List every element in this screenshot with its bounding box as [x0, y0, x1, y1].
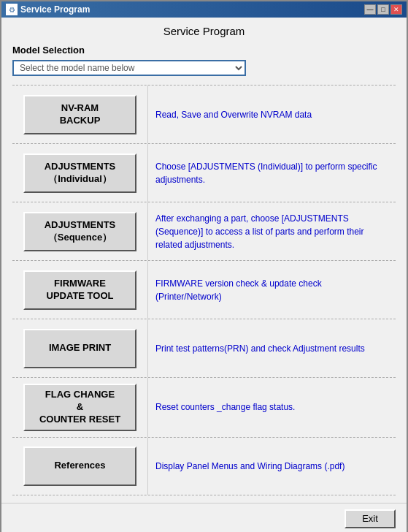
- adj-sequence-btn-cell: ADJUSTMENTS （Sequence）: [12, 202, 147, 260]
- main-window: ⚙ Service Program — □ ✕ Service Program …: [0, 0, 408, 532]
- menu-items-list: NV-RAM BACKUP Read, Save and Overwrite N…: [12, 85, 396, 495]
- menu-row-nvram: NV-RAM BACKUP Read, Save and Overwrite N…: [12, 85, 396, 143]
- references-btn-cell: References: [12, 438, 147, 495]
- nvram-desc-cell: Read, Save and Overwrite NVRAM data: [147, 86, 396, 143]
- title-bar-text: Service Program: [20, 4, 364, 15]
- image-print-description: Print test patterns(PRN) and check Adjus…: [155, 342, 365, 355]
- image-print-btn-cell: IMAGE PRINT: [12, 319, 147, 377]
- app-icon: ⚙: [6, 4, 18, 15]
- firmware-description: FIRMWARE version check & update check (P…: [155, 277, 388, 303]
- menu-row-image-print: IMAGE PRINT Print test patterns(PRN) and…: [12, 319, 396, 377]
- adj-individual-desc-cell: Choose [ADJUSTMENTS (Individual)] to per…: [147, 144, 396, 202]
- adjustments-individual-button[interactable]: ADJUSTMENTS （Individual）: [23, 153, 136, 193]
- menu-row-firmware: FIRMWARE UPDATE TOOL FIRMWARE version ch…: [12, 260, 396, 319]
- maximize-button[interactable]: □: [377, 4, 389, 15]
- nvram-btn-cell: NV-RAM BACKUP: [12, 86, 147, 143]
- flag-change-btn-cell: FLAG CHANGE & COUNTER RESET: [12, 378, 147, 437]
- firmware-desc-cell: FIRMWARE version check & update check (P…: [147, 261, 396, 319]
- flag-change-desc-cell: Reset counters _change flag status.: [147, 378, 396, 437]
- footer: Exit: [1, 503, 407, 532]
- adj-individual-btn-cell: ADJUSTMENTS （Individual）: [12, 144, 147, 202]
- model-dropdown-wrapper: Select the model name below: [12, 60, 396, 76]
- minimize-button[interactable]: —: [364, 4, 376, 15]
- adj-individual-description: Choose [ADJUSTMENTS (Individual)] to per…: [155, 160, 388, 186]
- adj-sequence-description: After exchanging a part, choose [ADJUSTM…: [155, 212, 388, 251]
- references-desc-cell: Display Panel Menus and Wiring Diagrams …: [147, 438, 396, 495]
- flag-change-description: Reset counters _change flag status.: [155, 400, 295, 414]
- image-print-desc-cell: Print test patterns(PRN) and check Adjus…: [147, 319, 396, 377]
- menu-row-flag-change: FLAG CHANGE & COUNTER RESET Reset counte…: [12, 377, 396, 437]
- references-button[interactable]: References: [23, 446, 136, 486]
- nvram-description: Read, Save and Overwrite NVRAM data: [155, 108, 312, 121]
- title-bar: ⚙ Service Program — □ ✕: [1, 1, 407, 18]
- adj-sequence-desc-cell: After exchanging a part, choose [ADJUSTM…: [147, 202, 396, 260]
- image-print-button[interactable]: IMAGE PRINT: [23, 329, 136, 368]
- model-dropdown[interactable]: Select the model name below: [12, 60, 246, 76]
- nvram-backup-button[interactable]: NV-RAM BACKUP: [23, 95, 136, 134]
- flag-change-counter-reset-button[interactable]: FLAG CHANGE & COUNTER RESET: [23, 384, 136, 431]
- content-area: Service Program Model Selection Select t…: [1, 18, 407, 503]
- references-description: Display Panel Menus and Wiring Diagrams …: [155, 460, 345, 473]
- model-selection-label: Model Selection: [12, 45, 396, 56]
- menu-row-adj-sequence: ADJUSTMENTS （Sequence） After exchanging …: [12, 202, 396, 260]
- title-bar-buttons: — □ ✕: [364, 4, 402, 15]
- page-title: Service Program: [12, 25, 396, 37]
- exit-button[interactable]: Exit: [345, 509, 396, 528]
- adjustments-sequence-button[interactable]: ADJUSTMENTS （Sequence）: [23, 212, 136, 251]
- menu-row-adj-individual: ADJUSTMENTS （Individual） Choose [ADJUSTM…: [12, 143, 396, 202]
- firmware-update-tool-button[interactable]: FIRMWARE UPDATE TOOL: [23, 270, 136, 310]
- menu-row-references: References Display Panel Menus and Wirin…: [12, 437, 396, 495]
- close-button[interactable]: ✕: [390, 4, 402, 15]
- firmware-btn-cell: FIRMWARE UPDATE TOOL: [12, 261, 147, 319]
